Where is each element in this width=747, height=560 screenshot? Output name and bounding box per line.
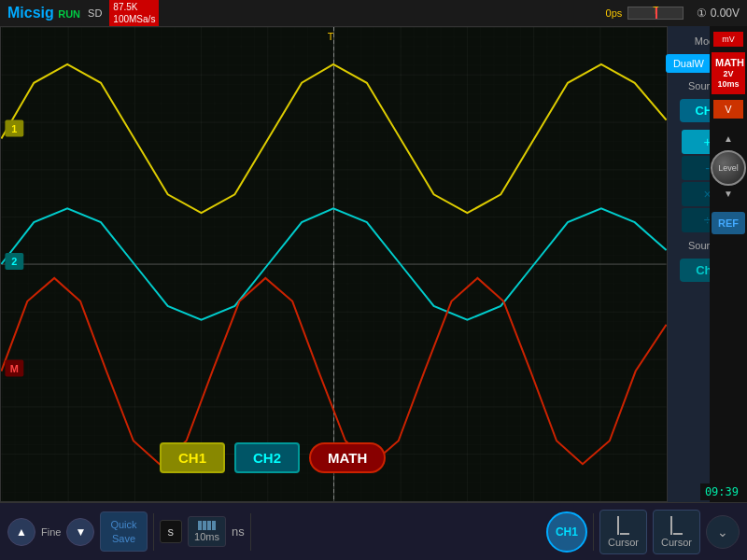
sample-rate: 100MSa/s xyxy=(113,13,155,25)
level-knob[interactable]: Level xyxy=(711,150,746,186)
math-button[interactable]: MATH 2V 10ms xyxy=(712,52,745,94)
time-unit-button[interactable]: s xyxy=(160,520,183,543)
ch1-active-button[interactable]: CH1 xyxy=(546,511,587,553)
ns-label: ns xyxy=(232,525,245,539)
svg-text:2: 2 xyxy=(11,256,17,267)
trigger-volt: ① 0.00V xyxy=(697,7,740,20)
time-position: 0ps xyxy=(606,7,623,19)
cursor1-line xyxy=(617,516,619,535)
ch2-scope-button[interactable]: CH2 xyxy=(234,442,300,473)
status-run: RUN xyxy=(58,8,80,20)
sd-label: SD xyxy=(88,7,102,19)
chevron-down-icon: ⌄ xyxy=(717,525,728,539)
arrow-down-button[interactable]: ▼ xyxy=(66,518,94,546)
trigger-t-label: T xyxy=(653,6,658,16)
quick-save-button[interactable]: Quick Save xyxy=(100,511,147,552)
trigger-marker[interactable]: T xyxy=(627,7,684,20)
clock-display: 09:39 xyxy=(700,483,743,500)
divider3 xyxy=(593,513,594,551)
trigger-area: 0ps T ① 0.00V xyxy=(606,7,740,20)
cursor2-line xyxy=(670,516,672,535)
brand-name: Micsig RUN xyxy=(7,5,80,21)
cursor2-button[interactable]: Cursor xyxy=(653,510,700,554)
divider1 xyxy=(153,513,154,551)
freq-box: 87.5K 100MSa/s xyxy=(109,0,159,26)
far-right-panel: mV MATH 2V 10ms V ▲ Level ▼ REF xyxy=(710,26,747,502)
dualw-button[interactable]: DualW xyxy=(666,54,712,73)
arrow-up-button[interactable]: ▲ xyxy=(7,518,35,546)
math-scope-button[interactable]: MATH xyxy=(309,442,386,473)
scope-channel-buttons: CH1 CH2 MATH xyxy=(160,442,386,473)
settings-button[interactable]: ⌄ xyxy=(706,515,740,549)
ch1-scope-button[interactable]: CH1 xyxy=(160,442,225,473)
ref-button[interactable]: REF xyxy=(712,212,745,234)
timebase-icon xyxy=(198,521,216,530)
bottom-bar: ▲ Fine ▼ Quick Save s 10ms ns CH1 Cursor xyxy=(0,502,747,560)
v-button[interactable]: V xyxy=(713,100,743,119)
svg-text:1: 1 xyxy=(11,123,17,134)
scope-area: 1 2 M T CH1 CH2 MATH xyxy=(0,26,668,502)
svg-text:M: M xyxy=(10,363,19,374)
cursor1-button[interactable]: Cursor xyxy=(599,510,647,554)
freq-value: 87.5K xyxy=(113,1,155,13)
level-down-arrow: ▼ xyxy=(724,189,733,199)
divider2 xyxy=(250,513,251,551)
timebase-button[interactable]: 10ms xyxy=(188,516,226,547)
waveform-display: 1 2 M T xyxy=(1,27,667,501)
mv-button[interactable]: mV xyxy=(713,32,743,47)
level-up-arrow: ▲ xyxy=(724,133,733,144)
top-bar: Micsig RUN SD 87.5K 100MSa/s 0ps T ① 0.0… xyxy=(0,0,747,26)
svg-text:T: T xyxy=(328,31,334,42)
fine-label: Fine xyxy=(41,526,61,538)
